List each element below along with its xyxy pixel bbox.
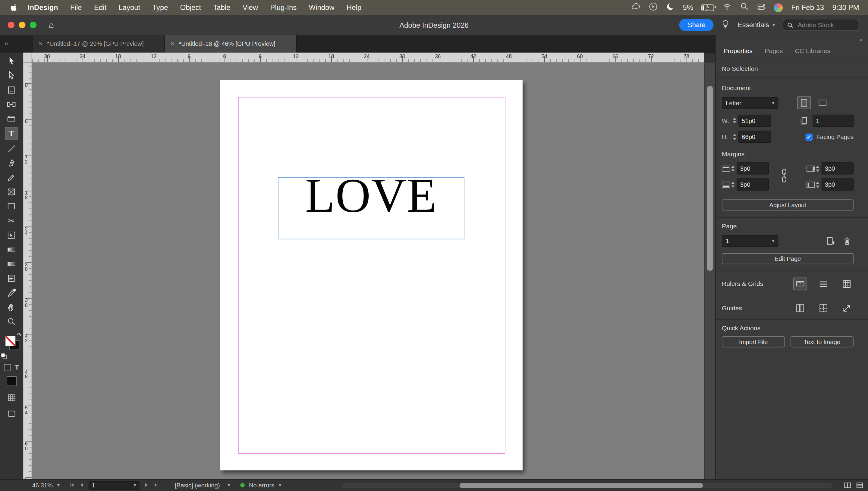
home-icon[interactable]: ⌂ bbox=[49, 21, 54, 29]
margin-top-stepper[interactable] bbox=[731, 165, 735, 171]
selection-tool[interactable] bbox=[0, 54, 23, 68]
spread-view-icon[interactable] bbox=[856, 482, 864, 490]
orientation-portrait-button[interactable] bbox=[797, 96, 811, 109]
menu-table[interactable]: Table bbox=[207, 3, 236, 12]
page-tool[interactable] bbox=[0, 83, 23, 97]
margin-right-stepper[interactable] bbox=[816, 165, 819, 171]
pen-tool[interactable] bbox=[0, 155, 23, 170]
facing-pages-checkbox[interactable]: ✓ bbox=[805, 133, 812, 141]
frame-text[interactable]: LOVE bbox=[278, 171, 464, 220]
creative-cloud-icon[interactable] bbox=[631, 2, 640, 13]
guide-grid-icon[interactable] bbox=[816, 301, 830, 314]
text-to-image-button[interactable]: Text to Image bbox=[790, 336, 854, 347]
margin-left-field[interactable] bbox=[822, 178, 854, 190]
focus-moon-icon[interactable] bbox=[666, 2, 675, 13]
vertical-scrollbar-thumb[interactable] bbox=[707, 86, 713, 271]
menu-edit[interactable]: Edit bbox=[88, 3, 113, 12]
control-center-icon[interactable] bbox=[757, 2, 766, 12]
app-menu[interactable]: InDesign bbox=[22, 3, 64, 12]
margin-bottom-stepper[interactable] bbox=[731, 181, 735, 187]
adobe-stock-search[interactable] bbox=[783, 19, 859, 31]
page-size-select[interactable]: Letter ▾ bbox=[722, 97, 778, 109]
menubar-date[interactable]: Fri Feb 13 bbox=[791, 3, 824, 12]
preflight-status[interactable]: No errors ▾ bbox=[240, 482, 281, 489]
tab-cc-libraries[interactable]: CC Libraries bbox=[795, 48, 830, 54]
default-fill-stroke-icon[interactable] bbox=[1, 353, 6, 358]
height-stepper[interactable] bbox=[733, 134, 736, 140]
tab-properties[interactable]: Properties bbox=[724, 48, 752, 54]
apple-menu-icon[interactable] bbox=[10, 3, 17, 12]
wifi-icon[interactable] bbox=[723, 2, 732, 12]
vertical-scrollbar[interactable] bbox=[704, 63, 715, 480]
margin-top-field[interactable] bbox=[737, 162, 769, 174]
current-page-select[interactable]: 1 ▾ bbox=[722, 235, 778, 247]
link-margins-icon[interactable] bbox=[780, 168, 788, 184]
content-collector-tool[interactable] bbox=[0, 111, 23, 126]
workspace-switcher[interactable]: Essentials ▾ bbox=[738, 21, 775, 29]
type-tool[interactable]: T bbox=[5, 127, 18, 140]
baseline-grid-icon[interactable] bbox=[816, 277, 830, 290]
rectangle-frame-tool[interactable] bbox=[0, 184, 23, 199]
add-page-icon[interactable] bbox=[824, 234, 838, 247]
margin-bottom-field[interactable] bbox=[737, 178, 769, 190]
width-stepper[interactable] bbox=[733, 117, 736, 123]
panel-overflow-icon[interactable]: » bbox=[859, 36, 862, 42]
close-tab-icon[interactable]: × bbox=[39, 40, 43, 48]
spotlight-search-icon[interactable] bbox=[740, 2, 749, 13]
margin-right-field[interactable] bbox=[822, 162, 854, 174]
minimize-window-button[interactable] bbox=[19, 22, 25, 28]
user-avatar[interactable] bbox=[774, 3, 783, 12]
close-window-button[interactable] bbox=[8, 22, 14, 28]
screen-mode-icon[interactable] bbox=[0, 409, 23, 418]
page-number-select[interactable]: 1 ▾ bbox=[89, 481, 140, 490]
document-grid-icon[interactable] bbox=[840, 277, 854, 290]
learn-bulb-icon[interactable] bbox=[721, 19, 730, 31]
menu-file[interactable]: File bbox=[64, 3, 88, 12]
width-field[interactable] bbox=[738, 114, 771, 126]
zoom-level-select[interactable]: 46.31% ▾ bbox=[32, 482, 60, 489]
tab-overflow-icon[interactable]: » bbox=[0, 35, 33, 53]
ruler-origin-corner[interactable] bbox=[23, 53, 32, 62]
document-tab-untitled-18[interactable]: × *Untitled–18 @ 46% [GPU Preview] bbox=[165, 35, 297, 53]
free-transform-tool[interactable] bbox=[0, 228, 23, 242]
preflight-profile-select[interactable]: [Basic] (working) ▾ bbox=[175, 482, 230, 489]
menu-help[interactable]: Help bbox=[341, 3, 368, 12]
vertical-ruler[interactable]: 0612182430364248546066 bbox=[23, 63, 32, 480]
text-frame[interactable]: LOVE bbox=[278, 177, 464, 239]
menu-view[interactable]: View bbox=[237, 3, 264, 12]
view-options-icon[interactable] bbox=[0, 393, 23, 402]
menu-layout[interactable]: Layout bbox=[113, 3, 146, 12]
menubar-clock[interactable]: 9:30 PM bbox=[832, 3, 859, 12]
scissors-tool[interactable]: ✂ bbox=[0, 213, 23, 228]
battery-icon[interactable] bbox=[702, 4, 714, 11]
apply-color-swatch[interactable] bbox=[6, 376, 16, 386]
show-rulers-icon[interactable] bbox=[793, 277, 807, 290]
note-tool[interactable] bbox=[0, 271, 23, 285]
gap-tool[interactable] bbox=[0, 97, 23, 111]
close-tab-icon[interactable]: × bbox=[170, 40, 175, 48]
document-tab-untitled-17[interactable]: × *Untitled–17 @ 29% [GPU Preview] bbox=[33, 35, 165, 53]
margin-left-stepper[interactable] bbox=[816, 181, 819, 187]
hand-tool[interactable] bbox=[0, 300, 23, 314]
direct-selection-tool[interactable] bbox=[0, 68, 23, 83]
column-guides-icon[interactable] bbox=[793, 301, 807, 314]
first-page-button[interactable] bbox=[68, 482, 74, 489]
line-tool[interactable] bbox=[0, 141, 23, 155]
tab-pages[interactable]: Pages bbox=[765, 48, 783, 54]
share-button[interactable]: Share bbox=[680, 19, 714, 31]
smart-guides-icon[interactable] bbox=[840, 301, 854, 314]
zoom-tool[interactable] bbox=[0, 314, 23, 328]
fill-none-swatch[interactable] bbox=[5, 336, 16, 346]
horizontal-scrollbar-thumb[interactable] bbox=[459, 483, 703, 488]
import-file-button[interactable]: Import File bbox=[722, 336, 785, 347]
pencil-tool[interactable] bbox=[0, 170, 23, 184]
previous-page-button[interactable] bbox=[79, 482, 85, 489]
menu-window[interactable]: Window bbox=[303, 3, 340, 12]
next-page-button[interactable] bbox=[143, 482, 149, 489]
eyedropper-tool[interactable] bbox=[0, 285, 23, 300]
adjust-layout-button[interactable]: Adjust Layout bbox=[722, 199, 854, 210]
pasteboard[interactable]: LOVE bbox=[32, 63, 704, 480]
zoom-window-button[interactable] bbox=[30, 22, 36, 28]
height-field[interactable] bbox=[738, 131, 771, 143]
rectangle-tool[interactable] bbox=[0, 199, 23, 213]
